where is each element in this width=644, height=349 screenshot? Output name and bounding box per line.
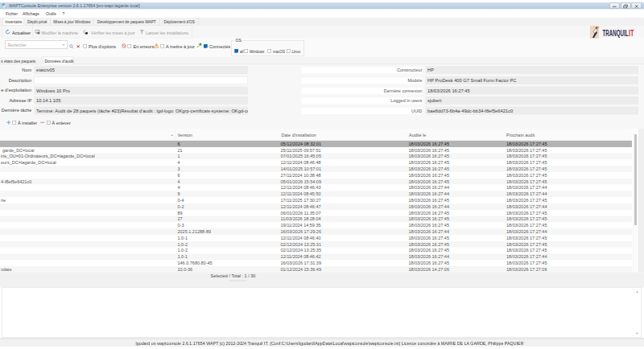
svg-text:IT: IT [629, 28, 634, 38]
svg-text:TRANQUIL: TRANQUIL [603, 28, 629, 38]
